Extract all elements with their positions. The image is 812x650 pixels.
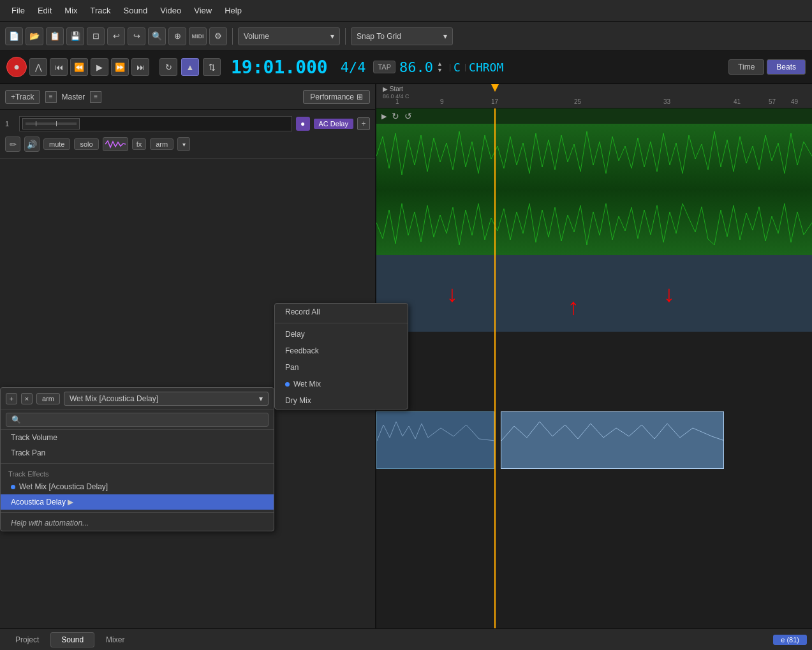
beats-tab[interactable]: Beats <box>767 59 806 75</box>
midi-clip-1[interactable] <box>376 411 494 469</box>
automation-close-button[interactable]: × <box>21 393 33 404</box>
audio-track-play-icon[interactable]: ▶ <box>381 112 387 121</box>
pan-item[interactable]: Pan <box>275 359 408 376</box>
go-start-button[interactable]: ⏮ <box>50 58 68 76</box>
speaker-icon[interactable]: 🔊 <box>24 137 40 152</box>
toolbar: 📄 📂 📋 💾 ⊡ ↩ ↪ 🔍 ⊕ MIDI ⚙ Volume ▾ Snap T… <box>0 22 812 51</box>
menu-track[interactable]: Track <box>84 3 117 18</box>
menu-help[interactable]: Help <box>218 3 248 18</box>
wave-display[interactable] <box>103 137 128 151</box>
wet-mix-label: Wet Mix [Acoustica Delay] <box>19 482 108 491</box>
audio-track-loop-icon[interactable]: ↻ <box>392 111 399 121</box>
snap-active-button[interactable]: ▲ <box>181 58 199 76</box>
search-loop-button[interactable]: 🔍 <box>148 27 166 45</box>
feedback-item[interactable]: Feedback <box>275 343 408 359</box>
menu-file[interactable]: File <box>5 3 31 18</box>
loop-button[interactable]: ↻ <box>159 58 177 76</box>
solo-button[interactable]: solo <box>74 138 98 150</box>
mixer-tab[interactable]: Mixer <box>96 633 135 647</box>
ruler-mark-25: 25 <box>574 98 581 105</box>
help-automation-item[interactable]: Help with automation... <box>1 515 274 531</box>
rewind-button[interactable]: ⏪ <box>70 58 88 76</box>
zoom-button[interactable]: ⊕ <box>168 27 186 45</box>
dry-mix-item[interactable]: Dry Mix <box>275 392 408 409</box>
menu-mix[interactable]: Mix <box>58 3 84 18</box>
project-tab[interactable]: Project <box>5 633 49 647</box>
track-header: +Track ≡ Master ≡ Performance ⊞ <box>0 84 375 110</box>
automation-search-input[interactable] <box>6 413 269 427</box>
acoustica-submenu: Record All Delay Feedback Pan Wet Mix Dr… <box>274 303 408 410</box>
play-button[interactable]: ▶ <box>91 58 108 76</box>
auto-divider1 <box>1 463 274 464</box>
performance-grid-icon: ⊞ <box>357 92 363 101</box>
ruler-mark-33: 33 <box>663 98 670 105</box>
record-all-item[interactable]: Record All <box>275 304 408 320</box>
auto-divider2 <box>1 512 274 513</box>
status-bar: Project Sound Mixer e (81) <box>0 628 812 650</box>
toolbar-separator2 <box>345 28 346 45</box>
performance-label: Performance <box>310 92 354 101</box>
snap-dropdown[interactable]: Snap To Grid ▾ <box>351 27 453 45</box>
menu-video[interactable]: Video <box>154 3 188 18</box>
pencil-icon[interactable]: ✏ <box>5 137 20 152</box>
red-arrow-up: ↑ <box>568 293 579 320</box>
bpm-stepper[interactable]: ▲▼ <box>437 61 443 73</box>
undo-history-button[interactable]: ⊡ <box>87 27 105 45</box>
undo-button[interactable]: ↩ <box>107 27 125 45</box>
tap-button[interactable]: TAP <box>373 61 395 73</box>
metronome2-button[interactable]: ⇅ <box>203 58 221 76</box>
track-pan-item[interactable]: Track Pan <box>1 445 274 461</box>
audio-track-sync-icon[interactable]: ↺ <box>404 111 412 121</box>
menu-view[interactable]: View <box>188 3 218 18</box>
sound-tab[interactable]: Sound <box>50 632 94 647</box>
ac-delay-button[interactable]: AC Delay <box>314 119 353 129</box>
metronome-button[interactable]: ⋀ <box>29 58 47 76</box>
waveform-area: ▶ ↻ ↺ /* bars rendered via CSS below */ <box>376 108 812 628</box>
menu-bar: File Edit Mix Track Sound Video View Hel… <box>0 0 812 22</box>
save-button[interactable]: 💾 <box>66 27 84 45</box>
waveform-svg: /* bars rendered via CSS below */ <box>376 124 812 255</box>
record-button[interactable]: ● <box>6 57 27 77</box>
performance-button[interactable]: Performance ⊞ <box>303 90 370 104</box>
menu-sound[interactable]: Sound <box>117 3 154 18</box>
svg-rect-3 <box>376 189 812 255</box>
mute-button[interactable]: mute <box>43 138 70 150</box>
menu-edit[interactable]: Edit <box>31 3 58 18</box>
ruler-mark-49: 49 <box>791 98 798 105</box>
time-tab[interactable]: Time <box>728 59 764 75</box>
go-end-button[interactable]: ⏭ <box>131 58 149 76</box>
sub-divider1 <box>275 323 408 323</box>
add-plugin-button[interactable]: + <box>357 117 370 130</box>
fx-button[interactable]: fx <box>132 138 147 150</box>
automation-dropdown[interactable]: Wet Mix [Acoustica Delay] ▾ <box>64 392 269 406</box>
wet-mix-item[interactable]: Wet Mix [Acoustica Delay] <box>1 479 274 494</box>
fast-forward-button[interactable]: ⏩ <box>111 58 129 76</box>
master-menu-button[interactable]: ≡ <box>90 91 101 103</box>
midi-button[interactable]: MIDI <box>189 27 207 45</box>
start-text: Start <box>390 85 403 92</box>
open-button[interactable]: 📂 <box>26 27 43 45</box>
midi-clip-waveform2 <box>501 412 723 468</box>
new-button[interactable]: 📄 <box>5 27 23 45</box>
volume-dropdown[interactable]: Volume ▾ <box>238 27 340 45</box>
redo-button[interactable]: ↪ <box>128 27 145 45</box>
ruler-start-label: ▶ Start 86.0 4/4 C <box>383 85 410 100</box>
acoustica-delay-item[interactable]: Acoustica Delay ▶ <box>1 494 274 510</box>
add-track-button[interactable]: +Track <box>5 90 40 104</box>
audio-track: ▶ ↻ ↺ /* bars rendered via CSS below */ <box>376 108 812 255</box>
automation-add-button[interactable]: + <box>6 393 17 404</box>
midi-clip-2[interactable] <box>501 411 724 469</box>
ruler-mark-17: 17 <box>491 98 498 105</box>
delay-item[interactable]: Delay <box>275 326 408 343</box>
track-enable-button[interactable]: ● <box>296 117 310 131</box>
transport-bar: ● ⋀ ⏮ ⏪ ▶ ⏩ ⏭ ↻ ▲ ⇅ 19:01.000 4/4 TAP 86… <box>0 51 812 84</box>
track-volume-item[interactable]: Track Volume <box>1 430 274 445</box>
wet-mix-sub-item[interactable]: Wet Mix <box>275 376 408 392</box>
save-copy-button[interactable]: 📋 <box>46 27 64 45</box>
track-number: 1 <box>5 120 15 128</box>
scale-display: CHROM <box>469 61 503 74</box>
track-menu-button[interactable]: ≡ <box>45 91 57 103</box>
track-expand-icon[interactable]: ▾ <box>177 137 190 151</box>
arm-button[interactable]: arm <box>150 138 173 150</box>
settings-button[interactable]: ⚙ <box>209 27 227 45</box>
